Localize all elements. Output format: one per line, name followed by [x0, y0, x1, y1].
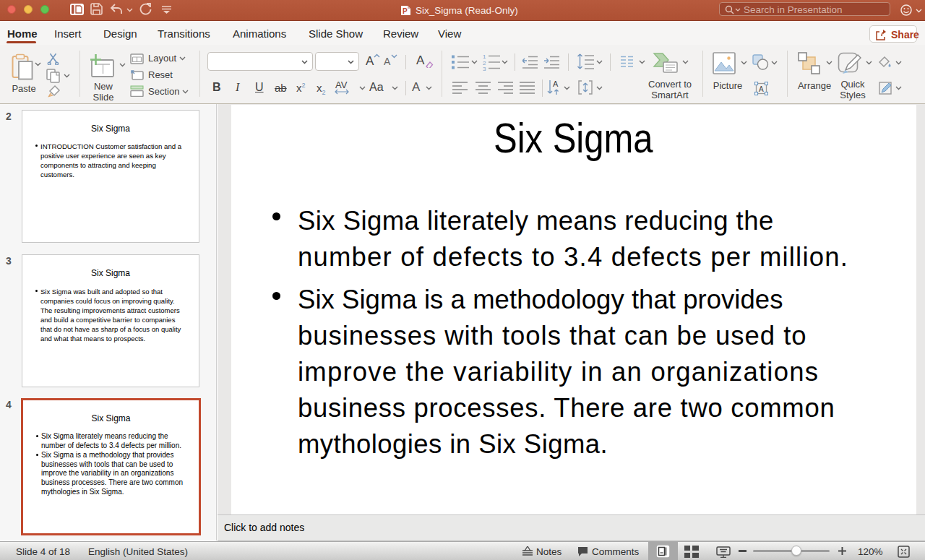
svg-text:P: P [403, 7, 408, 15]
svg-text:A: A [553, 79, 559, 88]
svg-text:A: A [759, 85, 764, 93]
svg-text:3: 3 [483, 66, 486, 71]
